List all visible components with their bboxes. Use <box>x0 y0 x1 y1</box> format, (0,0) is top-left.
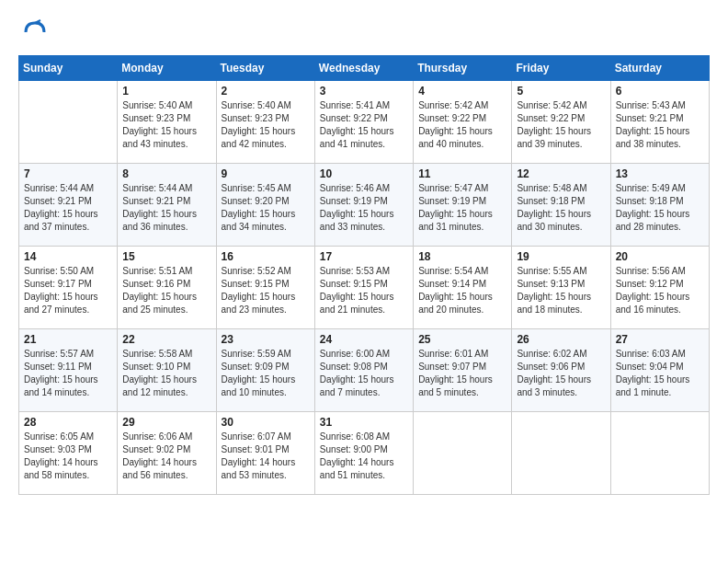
day-info: Sunrise: 5:52 AM Sunset: 9:15 PM Dayligh… <box>222 265 310 316</box>
day-info: Sunrise: 5:42 AM Sunset: 9:22 PM Dayligh… <box>517 99 605 151</box>
calendar-cell: 31Sunrise: 6:08 AM Sunset: 9:00 PM Dayli… <box>314 412 413 495</box>
calendar-cell: 21Sunrise: 5:57 AM Sunset: 9:11 PM Dayli… <box>19 329 118 412</box>
calendar-cell: 8Sunrise: 5:44 AM Sunset: 9:21 PM Daylig… <box>118 164 216 247</box>
day-number: 7 <box>24 167 112 180</box>
day-info: Sunrise: 5:47 AM Sunset: 9:19 PM Dayligh… <box>418 182 506 234</box>
logo-icon <box>18 18 46 46</box>
day-number: 18 <box>418 250 506 263</box>
day-info: Sunrise: 5:44 AM Sunset: 9:21 PM Dayligh… <box>122 182 210 234</box>
day-number: 27 <box>616 333 704 346</box>
calendar-cell: 15Sunrise: 5:51 AM Sunset: 9:16 PM Dayli… <box>118 247 216 329</box>
day-number: 16 <box>222 250 310 263</box>
day-number: 1 <box>122 85 210 98</box>
day-number: 10 <box>320 167 408 180</box>
calendar-cell: 24Sunrise: 6:00 AM Sunset: 9:08 PM Dayli… <box>314 329 413 412</box>
day-number: 5 <box>517 85 605 98</box>
day-number: 14 <box>24 250 112 263</box>
calendar-cell: 23Sunrise: 5:59 AM Sunset: 9:09 PM Dayli… <box>216 329 314 412</box>
day-info: Sunrise: 6:06 AM Sunset: 9:02 PM Dayligh… <box>122 431 210 482</box>
day-number: 20 <box>616 250 704 263</box>
calendar-cell: 19Sunrise: 5:55 AM Sunset: 9:13 PM Dayli… <box>512 247 610 329</box>
calendar-cell: 26Sunrise: 6:02 AM Sunset: 9:06 PM Dayli… <box>512 329 610 412</box>
day-number: 12 <box>517 167 605 180</box>
day-info: Sunrise: 6:07 AM Sunset: 9:01 PM Dayligh… <box>222 431 310 482</box>
calendar-cell: 2Sunrise: 5:40 AM Sunset: 9:23 PM Daylig… <box>216 81 314 164</box>
day-number: 17 <box>320 250 408 263</box>
calendar-cell: 13Sunrise: 5:49 AM Sunset: 9:18 PM Dayli… <box>610 164 709 247</box>
calendar-cell: 29Sunrise: 6:06 AM Sunset: 9:02 PM Dayli… <box>118 412 216 495</box>
header-saturday: Saturday <box>610 56 709 81</box>
calendar-cell: 28Sunrise: 6:05 AM Sunset: 9:03 PM Dayli… <box>19 412 118 495</box>
calendar-cell: 20Sunrise: 5:56 AM Sunset: 9:12 PM Dayli… <box>610 247 709 329</box>
calendar-cell: 1Sunrise: 5:40 AM Sunset: 9:23 PM Daylig… <box>118 81 216 164</box>
day-info: Sunrise: 5:48 AM Sunset: 9:18 PM Dayligh… <box>517 182 605 234</box>
day-number: 24 <box>320 333 408 346</box>
week-row-5: 28Sunrise: 6:05 AM Sunset: 9:03 PM Dayli… <box>19 412 710 495</box>
day-info: Sunrise: 5:43 AM Sunset: 9:21 PM Dayligh… <box>616 99 704 151</box>
calendar-cell: 12Sunrise: 5:48 AM Sunset: 9:18 PM Dayli… <box>512 164 610 247</box>
logo <box>18 18 50 46</box>
day-number: 22 <box>122 333 210 346</box>
day-info: Sunrise: 5:41 AM Sunset: 9:22 PM Dayligh… <box>320 99 408 151</box>
calendar-cell <box>512 412 610 495</box>
day-number: 25 <box>418 333 506 346</box>
day-info: Sunrise: 6:03 AM Sunset: 9:04 PM Dayligh… <box>616 348 704 399</box>
day-number: 19 <box>517 250 605 263</box>
day-info: Sunrise: 5:44 AM Sunset: 9:21 PM Dayligh… <box>24 182 112 234</box>
day-number: 6 <box>616 85 704 98</box>
day-number: 26 <box>517 333 605 346</box>
day-number: 4 <box>418 85 506 98</box>
calendar-cell: 30Sunrise: 6:07 AM Sunset: 9:01 PM Dayli… <box>216 412 314 495</box>
calendar-header: SundayMondayTuesdayWednesdayThursdayFrid… <box>19 56 710 81</box>
day-info: Sunrise: 5:50 AM Sunset: 9:17 PM Dayligh… <box>24 265 112 316</box>
day-number: 9 <box>222 167 310 180</box>
day-info: Sunrise: 5:40 AM Sunset: 9:23 PM Dayligh… <box>122 99 210 151</box>
day-number: 29 <box>122 416 210 429</box>
calendar-cell <box>610 412 709 495</box>
calendar-cell: 7Sunrise: 5:44 AM Sunset: 9:21 PM Daylig… <box>19 164 118 247</box>
calendar-cell: 10Sunrise: 5:46 AM Sunset: 9:19 PM Dayli… <box>314 164 413 247</box>
day-info: Sunrise: 6:05 AM Sunset: 9:03 PM Dayligh… <box>24 431 112 482</box>
day-number: 8 <box>122 167 210 180</box>
header-wednesday: Wednesday <box>314 56 413 81</box>
day-info: Sunrise: 5:58 AM Sunset: 9:10 PM Dayligh… <box>122 348 210 399</box>
week-row-4: 21Sunrise: 5:57 AM Sunset: 9:11 PM Dayli… <box>19 329 710 412</box>
calendar-cell <box>19 81 118 164</box>
day-number: 23 <box>222 333 310 346</box>
day-number: 3 <box>320 85 408 98</box>
day-info: Sunrise: 5:57 AM Sunset: 9:11 PM Dayligh… <box>24 348 112 399</box>
calendar-cell <box>414 412 512 495</box>
header-tuesday: Tuesday <box>216 56 314 81</box>
day-info: Sunrise: 5:45 AM Sunset: 9:20 PM Dayligh… <box>222 182 310 234</box>
day-number: 21 <box>24 333 112 346</box>
header-friday: Friday <box>512 56 610 81</box>
header-thursday: Thursday <box>414 56 512 81</box>
calendar-cell: 18Sunrise: 5:54 AM Sunset: 9:14 PM Dayli… <box>414 247 512 329</box>
calendar-cell: 5Sunrise: 5:42 AM Sunset: 9:22 PM Daylig… <box>512 81 610 164</box>
day-info: Sunrise: 5:51 AM Sunset: 9:16 PM Dayligh… <box>122 265 210 316</box>
day-info: Sunrise: 5:55 AM Sunset: 9:13 PM Dayligh… <box>517 265 605 316</box>
day-info: Sunrise: 5:59 AM Sunset: 9:09 PM Dayligh… <box>222 348 310 399</box>
calendar-cell: 14Sunrise: 5:50 AM Sunset: 9:17 PM Dayli… <box>19 247 118 329</box>
calendar-cell: 3Sunrise: 5:41 AM Sunset: 9:22 PM Daylig… <box>314 81 413 164</box>
calendar-cell: 17Sunrise: 5:53 AM Sunset: 9:15 PM Dayli… <box>314 247 413 329</box>
day-number: 15 <box>122 250 210 263</box>
calendar-cell: 27Sunrise: 6:03 AM Sunset: 9:04 PM Dayli… <box>610 329 709 412</box>
week-row-3: 14Sunrise: 5:50 AM Sunset: 9:17 PM Dayli… <box>19 247 710 329</box>
day-number: 11 <box>418 167 506 180</box>
calendar-cell: 22Sunrise: 5:58 AM Sunset: 9:10 PM Dayli… <box>118 329 216 412</box>
day-info: Sunrise: 5:42 AM Sunset: 9:22 PM Dayligh… <box>418 99 506 151</box>
day-number: 13 <box>616 167 704 180</box>
day-info: Sunrise: 6:08 AM Sunset: 9:00 PM Dayligh… <box>320 431 408 482</box>
week-row-1: 1Sunrise: 5:40 AM Sunset: 9:23 PM Daylig… <box>19 81 710 164</box>
day-info: Sunrise: 5:56 AM Sunset: 9:12 PM Dayligh… <box>616 265 704 316</box>
calendar-cell: 11Sunrise: 5:47 AM Sunset: 9:19 PM Dayli… <box>414 164 512 247</box>
header-area <box>18 18 710 46</box>
day-info: Sunrise: 6:02 AM Sunset: 9:06 PM Dayligh… <box>517 348 605 399</box>
day-info: Sunrise: 5:49 AM Sunset: 9:18 PM Dayligh… <box>616 182 704 234</box>
day-info: Sunrise: 5:54 AM Sunset: 9:14 PM Dayligh… <box>418 265 506 316</box>
day-info: Sunrise: 6:01 AM Sunset: 9:07 PM Dayligh… <box>418 348 506 399</box>
day-number: 30 <box>222 416 310 429</box>
header-monday: Monday <box>118 56 216 81</box>
calendar-cell: 16Sunrise: 5:52 AM Sunset: 9:15 PM Dayli… <box>216 247 314 329</box>
